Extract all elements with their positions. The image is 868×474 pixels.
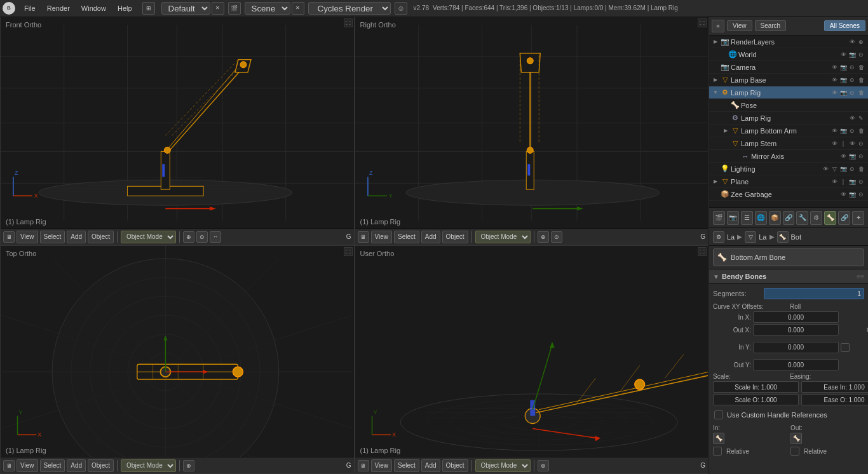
viewport-right-expand[interactable]: ⛶ (698, 18, 707, 27)
plane-cam-btn[interactable]: 📷 (848, 177, 857, 186)
lighting-render-btn[interactable]: ⊙ (848, 165, 857, 173)
top-add-menu[interactable]: Add (67, 459, 86, 472)
menu-render[interactable]: Render (42, 3, 75, 13)
outliner-item-camera[interactable]: ▶ 📷 Camera 👁 📷 ⊙ 🗑 (709, 61, 868, 74)
viewport-right[interactable]: Z Y Right Ortho (1) Lamp Rig ⛶ 🖥 View Se… (355, 17, 709, 245)
outliner-item-mirror-axis[interactable]: ▶ ↔ Mirror Axis 👁 📷 ⊙ (709, 150, 868, 163)
in-x-input[interactable] (753, 311, 839, 323)
use-custom-checkbox[interactable] (714, 410, 723, 419)
outliner-item-render-layers[interactable]: ▶ 📷 RenderLayers 👁 ⊕ (709, 36, 868, 48)
zee-garbage-cam-btn[interactable]: 📷 (848, 190, 857, 199)
user-mode-select[interactable]: Object Mode (475, 459, 531, 472)
outliner-type-icon[interactable]: ≡ (712, 20, 724, 32)
outliner-item-lighting[interactable]: ▶ 💡 Lighting 👁 ▽ 📷 ⊙ 🗑 (709, 163, 868, 175)
lamp-stem-cam-btn[interactable]: 👁 (848, 139, 857, 148)
front-object-menu[interactable]: Object (88, 231, 114, 243)
outliner-all-scenes-btn[interactable]: All Scenes (824, 20, 865, 31)
lamp-base-cam-btn[interactable]: 📷 (839, 76, 848, 85)
viewport-top[interactable]: X Y Top Ortho (1) Lamp Rig ⛶ 🖥 View Sele… (0, 245, 355, 474)
props-bone-constraints-icon-btn[interactable]: 🔗 (838, 211, 850, 225)
top-mode-select[interactable]: Object Mode (121, 459, 176, 472)
top-view-menu[interactable]: View (17, 459, 38, 472)
outliner-content[interactable]: ▶ 📷 RenderLayers 👁 ⊕ ▶ 🌐 World 👁 📷 ⊙ ▶ 📷 (709, 36, 868, 207)
top-object-menu[interactable]: Object (88, 459, 114, 472)
plane-vis-btn[interactable]: 👁 (830, 177, 839, 186)
in-y-input[interactable] (753, 342, 839, 353)
in-bone-icon[interactable]: 🦴 (713, 433, 724, 444)
lamp-rig-sub-vis-btn[interactable]: 👁 (848, 114, 857, 123)
scale-out-input[interactable] (713, 394, 799, 405)
props-bone-icon-btn[interactable]: 🦴 (824, 211, 836, 225)
props-scene-icon-btn[interactable]: 🎬 (713, 211, 725, 225)
outliner-item-plane[interactable]: ▶ ▽ Plane 👁 | 📷 ⊙ (709, 175, 868, 188)
ease-in-input[interactable] (801, 381, 868, 393)
props-object-icon-btn[interactable]: 📦 (769, 211, 781, 225)
lamp-bottom-arm-expand[interactable]: ▶ (722, 127, 729, 135)
camera-vis-btn[interactable]: 👁 (830, 63, 839, 72)
props-particles-icon-btn[interactable]: ✦ (852, 211, 864, 225)
front-pivot-btn[interactable]: ⊙ (196, 231, 208, 243)
out-relative-item[interactable]: Relative (790, 447, 864, 456)
front-orbit-btn[interactable]: ⊕ (183, 231, 194, 243)
right-view-menu[interactable]: View (371, 231, 393, 243)
lamp-bottom-arm-vis-btn[interactable]: 👁 (830, 126, 839, 135)
use-custom-row[interactable]: Use Custom Handle References (713, 408, 864, 422)
lamp-rig-cam-btn[interactable]: 📷 (839, 88, 848, 97)
viewport-front[interactable]: Z X Front Ortho (1) Lamp Rig ⛶ 🖥 View Se… (0, 17, 355, 245)
right-mode-select[interactable]: Object Mode (475, 231, 531, 243)
mirror-axis-render-btn[interactable]: ⊙ (857, 152, 865, 161)
zee-garbage-render-btn[interactable]: ⊙ (857, 190, 865, 199)
world-vis-btn[interactable]: 👁 (839, 50, 848, 59)
viewport-user-expand[interactable]: ⛶ (698, 247, 707, 256)
menu-window[interactable]: Window (76, 3, 111, 13)
top-editor-type-btn[interactable]: 🖥 (3, 460, 15, 471)
outliner-search-tab[interactable]: Search (755, 20, 787, 31)
bendy-bones-section-header[interactable]: ▼ Bendy Bones ≡≡ (709, 269, 868, 284)
lamp-rig-del-btn[interactable]: 🗑 (857, 88, 865, 97)
lamp-bottom-arm-cam-btn[interactable]: 📷 (839, 126, 848, 135)
outliner-item-world[interactable]: ▶ 🌐 World 👁 📷 ⊙ (709, 48, 868, 61)
menu-help[interactable]: Help (112, 3, 137, 13)
plane-expand[interactable]: ▶ (712, 178, 719, 186)
in-relative-item[interactable]: Relative (713, 447, 787, 456)
mirror-axis-cam-btn[interactable]: 📷 (848, 152, 857, 161)
lamp-base-render-btn[interactable]: ⊙ (848, 76, 857, 85)
render-layers-expand[interactable]: ▶ (712, 38, 719, 46)
zee-garbage-vis-btn[interactable]: 👁 (839, 190, 848, 199)
user-add-menu[interactable]: Add (421, 459, 440, 472)
props-world-icon-btn[interactable]: 🌐 (755, 211, 767, 225)
plane-pipe-btn[interactable]: | (839, 177, 848, 186)
lamp-rig-sub-edit-btn[interactable]: ✎ (857, 114, 865, 123)
camera-del-btn[interactable]: 🗑 (857, 63, 865, 72)
scale-in-input[interactable] (713, 381, 799, 393)
plane-render-btn[interactable]: ⊙ (857, 177, 865, 186)
user-object-menu[interactable]: Object (442, 459, 468, 472)
top-orbit-btn[interactable]: ⊕ (183, 460, 194, 471)
user-select-menu[interactable]: Select (394, 459, 419, 472)
engine-selector[interactable]: Cycles Render (308, 2, 391, 15)
lighting-tri-btn[interactable]: ▽ (830, 165, 839, 173)
right-pivot-btn[interactable]: ⊙ (551, 231, 562, 243)
workspace-close-btn[interactable]: ✕ (212, 2, 224, 15)
outliner-item-lamp-rig[interactable]: ▼ ⚙ Lamp Rig 👁 📷 ⊙ 🗑 (709, 86, 868, 99)
front-editor-type-btn[interactable]: 🖥 (3, 231, 15, 243)
props-render-icon-btn[interactable]: 📷 (727, 211, 739, 225)
front-manipulator-btn[interactable]: ↔ (210, 231, 221, 243)
front-select-menu[interactable]: Select (40, 231, 65, 243)
lighting-cam-btn[interactable]: 📷 (839, 165, 848, 173)
right-object-menu[interactable]: Object (442, 231, 468, 243)
props-constraints-icon-btn[interactable]: 🔗 (783, 211, 795, 225)
user-orbit-btn[interactable]: ⊕ (538, 460, 549, 471)
lighting-del-btn[interactable]: 🗑 (857, 165, 865, 173)
out-x-input[interactable] (753, 324, 839, 335)
top-select-menu[interactable]: Select (40, 459, 65, 472)
user-editor-type-btn[interactable]: 🖥 (358, 460, 369, 471)
menu-file[interactable]: File (19, 3, 41, 13)
props-renderlayers-icon-btn[interactable]: ☰ (741, 211, 753, 225)
lamp-stem-vis-btn[interactable]: 👁 (830, 139, 839, 148)
outliner-item-lamp-stem[interactable]: ▶ ▽ Lamp Stem 👁 | 👁 ⊙ (709, 137, 868, 150)
camera-render-btn[interactable]: ⊙ (848, 63, 857, 72)
outliner-item-lamp-base[interactable]: ▶ ▽ Lamp Base 👁 📷 ⊙ 🗑 (709, 74, 868, 86)
out-y-input[interactable] (753, 359, 839, 370)
segments-input[interactable] (764, 288, 864, 299)
